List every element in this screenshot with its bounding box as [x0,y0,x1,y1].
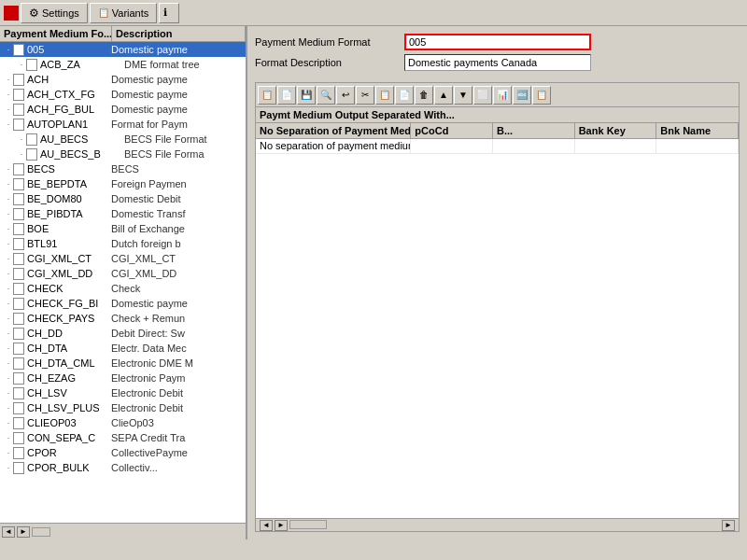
list-item[interactable]: ·CPOR_BULKCollectiv... [0,460,246,475]
list-item[interactable]: ·CH_DDDebit Direct: Sw [0,326,246,341]
list-item[interactable]: ·CGI_XML_CTCGI_XML_CT [0,251,246,266]
list-item-desc: SEPA Credit Tra [111,432,246,443]
list-item[interactable]: ·ACHDomestic payme [0,72,246,87]
list-item[interactable]: ·BE_DOM80Domestic Debit [0,191,246,206]
list-item[interactable]: ·CH_LSVElectronic Debit [0,385,246,400]
list-item-desc: Format for Paym [111,119,246,130]
table-scroll-right[interactable]: ► [275,520,288,531]
tb-btn-9[interactable]: 🗑 [415,86,433,105]
tb-btn-10[interactable]: ▲ [434,86,453,105]
list-item[interactable]: ·CHECKCheck [0,281,246,296]
list-item-name: CHECK_FG_BI [27,298,111,309]
list-item[interactable]: ·ACB_ZADME format tree [0,57,246,72]
list-item[interactable]: ·CH_LSV_PLUSElectronic Debit [0,400,246,415]
tb-btn-3[interactable]: 💾 [297,86,316,105]
list-item[interactable]: ·CHECK_PAYSCheck + Remun [0,311,246,326]
list-item-bullet: · [4,343,13,353]
list-item[interactable]: ·AU_BECS_BBECS File Forma [0,147,246,161]
list-item-name: CHECK [27,283,111,294]
doc-icon [13,178,24,190]
tb-btn-12[interactable]: ⬜ [473,86,492,105]
list-item-desc: ClieOp03 [111,417,246,428]
list-item[interactable]: ·CH_DTAElectr. Data Mec [0,341,246,356]
doc-icon [13,313,24,325]
list-scroll-area[interactable]: ◄ ► [0,523,246,539]
doc-icon [13,208,24,220]
list-item[interactable]: ·BTL91Dutch foreign b [0,236,246,251]
list-item-name: BTL91 [27,238,111,249]
list-item-name: ACB_ZA [40,59,124,70]
list-item[interactable]: ·ACH_FG_BULDomestic payme [0,102,246,117]
pmf-input[interactable] [404,34,591,50]
list-item-desc: Electronic Debit [111,387,246,399]
list-item-desc: BECS File Format [124,133,246,145]
list-item-name: AU_BECS [40,133,124,145]
table-header: No Separation of Payment Medium ...pCoCd… [256,123,739,139]
tb-btn-14[interactable]: 🔤 [513,86,531,105]
list-item-desc: BECS File Forma [124,148,246,160]
list-item[interactable]: ·ACH_CTX_FGDomestic payme [0,87,246,102]
list-item[interactable]: ·CH_EZAGElectronic Paym [0,371,246,385]
list-item-name: CPOR_BULK [27,462,111,473]
list-item[interactable]: ·CON_SEPA_CSEPA Credit Tra [0,430,246,445]
list-item[interactable]: ·BE_BEPDTAForeign Paymen [0,176,246,191]
table-scroll-right2[interactable]: ► [722,520,735,531]
list-item[interactable]: ·CHECK_FG_BIDomestic payme [0,296,246,311]
list-item-name: AUTOPLAN1 [27,119,111,130]
list-item-desc: Debit Direct: Sw [111,328,246,339]
list-item[interactable]: ·CGI_XML_DDCGI_XML_DD [0,266,246,281]
list-item-name: BECS [27,163,111,175]
doc-icon [26,59,37,71]
list-item[interactable]: ·CH_DTA_CMLElectronic DME M [0,356,246,371]
list-item-name: CPOR [27,447,111,458]
list-item-bullet: · [4,403,13,413]
list-item[interactable]: ·BOEBill of Exchange [0,221,246,236]
tb-btn-2[interactable]: 📄 [277,86,296,105]
table-cell [493,139,575,153]
scroll-left-btn[interactable]: ◄ [2,526,15,538]
list-item-bullet: · [4,448,13,457]
list-item-desc: Domestic Debit [111,193,246,204]
tb-btn-8[interactable]: 📄 [395,86,414,105]
tb-btn-13[interactable]: 📊 [493,86,512,105]
list-item-desc: Domestic payme [111,104,246,115]
scroll-right-btn[interactable]: ► [17,526,30,538]
scroll-thumb[interactable] [32,527,50,537]
list-item-bullet: · [4,75,13,84]
table-body: No separation of payment medium ou... [256,139,739,518]
list-item-bullet: · [4,90,13,99]
list-item[interactable]: ·005Domestic payme [0,42,246,57]
table-scroll-left[interactable]: ◄ [260,520,273,531]
list-item[interactable]: ·CLIEOP03ClieOp03 [0,415,246,430]
table-title: Paymt Medium Output Separated With... [256,107,739,123]
settings-button[interactable]: ⚙ Settings [21,3,88,23]
doc-icon [13,119,24,131]
table-scroll-thumb[interactable] [289,520,327,529]
table-col-header: Bnk Name [656,123,739,138]
tb-btn-15[interactable]: 📋 [532,86,551,105]
list-item[interactable]: ·AUTOPLAN1Format for Paym [0,117,246,132]
list-item-desc: Domestic Transf [111,208,246,219]
list-item[interactable]: ·CPORCollectivePayme [0,445,246,460]
list-item[interactable]: ·AU_BECSBECS File Format [0,132,246,147]
tb-btn-1[interactable]: 📋 [258,86,276,105]
list-item[interactable]: ·BE_PIBDTADomestic Transf [0,206,246,221]
list-body[interactable]: ·005Domestic payme·ACB_ZADME format tree… [0,42,246,523]
info-button[interactable]: ℹ [159,3,179,23]
desc-input[interactable] [404,54,591,71]
tb-btn-4[interactable]: 🔍 [317,86,335,105]
variants-button[interactable]: 📋 Variants [90,3,158,23]
tb-btn-7[interactable]: 📋 [375,86,394,105]
main-area: Payment Medium Fo... Description ·005Dom… [0,26,747,539]
tb-btn-5[interactable]: ↩ [336,86,355,105]
doc-icon [26,148,37,161]
list-item-bullet: · [4,314,13,323]
tb-btn-11[interactable]: ▼ [454,86,472,105]
doc-icon [13,417,24,429]
list-item-bullet: · [4,45,13,54]
list-item[interactable]: ·BECSBECS [0,161,246,176]
table-cell: No separation of payment medium ou... [256,139,411,153]
tb-btn-6[interactable]: ✂ [356,86,374,105]
doc-icon [13,44,24,56]
doc-icon [13,89,24,101]
